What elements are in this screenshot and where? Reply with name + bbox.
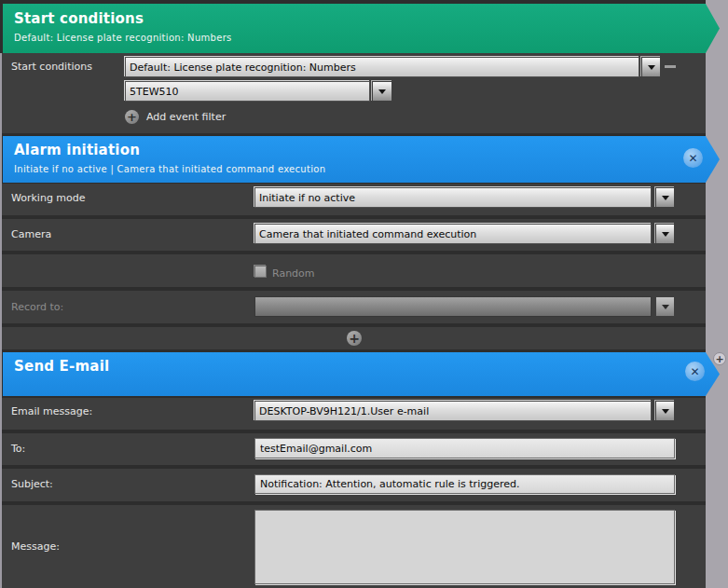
remove-filter-button[interactable] [665,65,676,68]
plus-icon: + [349,332,360,345]
section-subtitle: Default: License plate recognition: Numb… [14,33,720,43]
message-label: Message: [11,540,60,553]
rule-editor: + Start conditions Default: License plat… [0,0,728,588]
event-type-combobox[interactable]: Default: License plate recognition: Numb… [125,57,639,77]
start-conditions-label: Start conditions [11,61,92,73]
section-subtitle: Initiate if no active | Camera that init… [14,164,720,174]
working-mode-dropdown-button[interactable] [655,187,675,208]
random-checkbox [254,266,267,278]
send-email-close-button[interactable]: ✕ [685,362,705,381]
email-message-combobox[interactable]: DESKTOP-BV9H121/1.User e-mail [254,401,652,421]
add-event-filter-button[interactable]: + Add event filter [125,110,226,124]
add-event-filter-label: Add event filter [146,111,226,123]
message-textarea[interactable] [254,510,675,584]
margin-add-button[interactable]: + [713,352,726,365]
section-title: Alarm initiation [14,142,720,158]
camera-combobox[interactable]: Camera that initiated command execution [254,224,652,244]
record-to-dropdown-button [655,296,675,317]
subject-input[interactable] [254,474,675,494]
plus-circle-icon: + [125,110,139,124]
dropdown-arrow-icon [648,65,655,70]
record-to-label: Record to: [11,301,63,313]
random-row [2,254,706,287]
plate-number-dropdown-button[interactable] [372,81,392,102]
close-icon: ✕ [690,366,699,377]
dropdown-arrow-icon [378,89,386,94]
email-message-dropdown-button[interactable] [655,401,675,421]
close-icon: ✕ [688,153,697,164]
dropdown-arrow-icon [662,305,669,309]
event-type-dropdown-button[interactable] [641,57,661,77]
to-label: To: [11,443,25,455]
email-message-label: Email message: [11,405,92,417]
alarm-initiation-header[interactable]: Alarm initiation Initiate if no active |… [3,136,720,183]
plate-number-combobox[interactable]: 5TEW510 [125,81,370,102]
dropdown-arrow-icon [662,196,669,200]
record-to-combobox [254,296,652,317]
camera-label: Camera [11,228,51,240]
section-title: Send E-mail [14,358,720,375]
alarm-close-button[interactable]: ✕ [683,148,703,168]
add-action-button[interactable]: + [347,331,362,346]
section-title: Start conditions [14,10,720,27]
plus-icon: + [715,354,723,364]
working-mode-combobox[interactable]: Initiate if no active [254,187,652,208]
subject-label: Subject: [11,478,53,490]
to-input[interactable] [254,438,675,458]
dropdown-arrow-icon [662,409,669,414]
random-label: Random [272,267,315,280]
send-email-header[interactable]: Send E-mail [3,352,720,396]
camera-dropdown-button[interactable] [655,224,675,244]
start-conditions-header[interactable]: Start conditions Default: License plate … [3,4,720,53]
working-mode-label: Working mode [11,192,86,204]
right-margin [706,0,728,588]
dropdown-arrow-icon [662,232,669,237]
